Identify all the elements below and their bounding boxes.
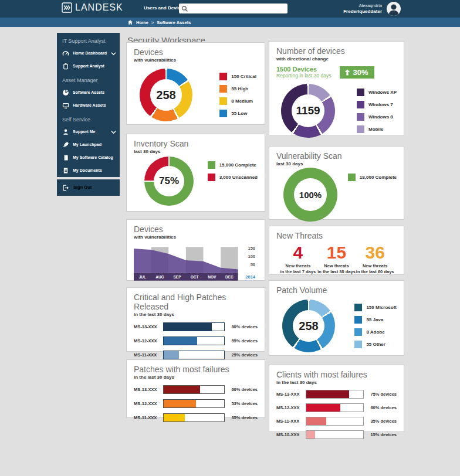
bar-track: [163, 336, 225, 345]
legend-item: 8 Adobe: [354, 328, 397, 336]
card-title: Devices: [134, 47, 258, 57]
chevron-down-icon: [111, 52, 116, 56]
legend: Windows XP Windows 7 Windows 8 Mobile: [357, 89, 397, 133]
legend-item: 55 Low: [219, 110, 256, 117]
bar-track: [306, 390, 364, 399]
svg-text:OCT: OCT: [191, 275, 199, 279]
bar-fill: [164, 351, 179, 359]
bar-fill: [306, 417, 326, 425]
card-devices-trend: Devices with vulnerabilities JUL AUG SEP…: [126, 219, 265, 281]
threat-stats: 4 New threatsin the last 7 days 15 New t…: [276, 244, 397, 275]
bar-track: [163, 351, 225, 359]
search-box: [179, 4, 288, 13]
bar-row: MS-13-XXX75% devices: [276, 390, 397, 399]
threat-stat: 15 New threatsin the last 30 days: [317, 244, 356, 275]
top-header: LANDESK Users and Devices ▾ Alexaqndria …: [0, 0, 460, 18]
inventory-donut-chart: 75%: [144, 157, 194, 206]
svg-text:JUL: JUL: [139, 275, 146, 279]
sidebar-item-hardware-assets[interactable]: Hardware Assets: [62, 99, 120, 112]
legend-swatch: [219, 110, 227, 117]
vulnerability-donut-chart: 100%: [283, 168, 337, 222]
landesk-dashboard: LANDESK Users and Devices ▾ Alexaqndria …: [0, 0, 460, 476]
sign-out-button[interactable]: Sign Out: [57, 179, 120, 196]
donut-center-value: 75%: [159, 175, 179, 187]
card-patch-failures: Patches with most failures in the last 3…: [126, 359, 265, 418]
bar-fill: [164, 400, 196, 407]
legend-swatch: [354, 328, 362, 336]
card-patch-volume: Patch Volume 258 150 Microsoft 55 Java 8…: [269, 280, 404, 356]
legend-item: 55 Other: [354, 341, 397, 348]
sidebar-item-software-assets[interactable]: Software Assets: [62, 86, 120, 99]
donut-center-value: 258: [156, 89, 175, 102]
bar-fill: [306, 390, 349, 398]
y-axis: 150 100 50 2014: [238, 246, 258, 282]
bar-fill: [164, 337, 197, 345]
bar-fill: [164, 414, 185, 421]
card-title: Inventory Scan: [134, 139, 258, 148]
book-icon: [62, 154, 69, 161]
sidebar-item-my-software-catalog[interactable]: My Software Catalog: [62, 151, 120, 164]
legend-swatch: [219, 73, 227, 80]
breadcrumb: Home > Software Assets: [0, 18, 460, 27]
legend-item: 150 Critical: [219, 73, 256, 80]
patch-volume-donut-chart: 258: [282, 300, 335, 352]
card-title: Critical and High Patches Released: [134, 293, 258, 311]
sidebar-item-my-launchpad[interactable]: My Launchpad: [62, 138, 120, 151]
legend-item: 55 High: [219, 85, 256, 93]
donut-center-value: 100%: [299, 190, 322, 200]
card-subtitle: last 30 days: [276, 161, 397, 166]
landesk-logo-icon: [62, 2, 72, 13]
sidebar-section-asset-manager: Asset Manager: [62, 77, 120, 83]
bar-track: [306, 417, 364, 426]
legend-item: Windows XP: [357, 89, 397, 96]
clipboard-icon: [62, 63, 69, 70]
bar-track: [163, 413, 225, 422]
sidebar-item-support-me[interactable]: Support Me: [62, 125, 120, 138]
legend: 150 Critical 55 High 8 Medium 55 Low: [219, 73, 256, 117]
card-title: Patch Volume: [276, 285, 397, 295]
sidebar: IT Support Analyst Home Dashboard Suppor…: [57, 33, 120, 177]
card-inventory-scan: Inventory Scan last 30 days 75% 15,000 C…: [126, 134, 265, 212]
user-name: Alexaqndria Frederiqueddater: [343, 3, 382, 14]
search-input[interactable]: [188, 4, 288, 13]
legend: 18,000 Complete: [348, 174, 397, 181]
donut-center-value: 258: [299, 319, 318, 333]
legend-item: 15,000 Complete: [208, 161, 258, 169]
user-menu[interactable]: Alexaqndria Frederiqueddater: [343, 1, 401, 16]
card-subtitle: with directional change: [276, 56, 397, 62]
card-subtitle: in the last 30 days: [134, 312, 258, 317]
card-title: Devices: [134, 225, 258, 234]
breadcrumb-home[interactable]: Home: [136, 20, 148, 25]
sidebar-item-my-documents[interactable]: My Documents: [62, 164, 120, 177]
monitor-icon: [62, 102, 69, 109]
threat-stat: 4 New threatsin the last 7 days: [279, 244, 317, 275]
card-title: Number of devices: [276, 46, 397, 56]
legend-swatch: [354, 341, 362, 348]
sidebar-section-it-support: IT Support Analyst: [62, 38, 120, 44]
sidebar-item-home-dashboard[interactable]: Home Dashboard: [62, 47, 120, 60]
legend-item: 18,000 Complete: [348, 174, 397, 181]
breadcrumb-separator: >: [151, 20, 154, 25]
legend-swatch: [354, 316, 362, 324]
card-subtitle: with vulnerabilities: [134, 234, 258, 240]
legend-swatch: [208, 174, 215, 181]
search-icon: [181, 5, 188, 12]
legend-item: 150 Microsoft: [354, 304, 397, 311]
card-subtitle: last 30 days: [134, 149, 258, 154]
legend-swatch: [357, 101, 364, 108]
card-subtitle: with vulnerabilities: [134, 57, 258, 63]
legend-item: 8 Medium: [219, 97, 256, 105]
legend-item: Windows 7: [357, 101, 397, 108]
card-vulnerability-scan: Vulnerability Scan last 30 days 100% 18,…: [269, 146, 404, 220]
threat-stat: 36 New threatsin the last 60 days: [356, 244, 394, 275]
bar-fill: [164, 386, 200, 393]
legend-swatch: [357, 89, 364, 96]
bar-row: MS-11-XXX35% devices: [134, 413, 258, 422]
svg-text:SEP: SEP: [174, 275, 182, 279]
pie-chart-icon: [62, 89, 69, 96]
bar-row: MS-11-XXX35% devices: [276, 417, 397, 426]
sidebar-item-support-analyst[interactable]: Support Analyst: [62, 60, 120, 73]
devices-donut-chart: 258: [140, 69, 192, 121]
reporting-summary: 1500 Devices Reporting in last 30 days: [276, 66, 332, 79]
legend: 15,000 Complete 3,000 Unscanned: [208, 161, 258, 181]
